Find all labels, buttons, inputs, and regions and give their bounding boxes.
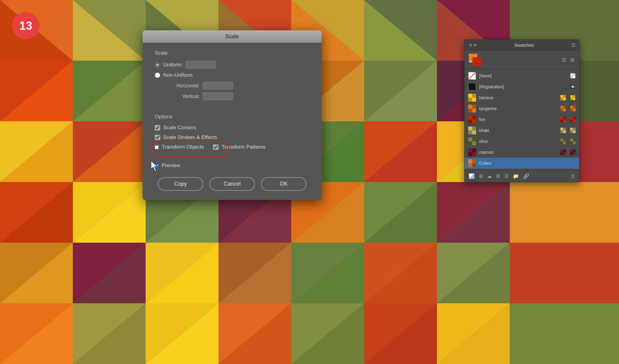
- svg-rect-156: [563, 139, 566, 141]
- scale-dialog: Scale Scale Uniform: 500% Non-Uniform Ho…: [143, 30, 322, 200]
- swatch-tangerine[interactable]: tangerine: [465, 103, 579, 114]
- swatch-khaki[interactable]: khaki: [465, 125, 579, 136]
- svg-rect-152: [472, 137, 476, 141]
- svg-rect-171: [570, 150, 573, 152]
- panel-menu-button[interactable]: ☰: [571, 42, 576, 48]
- swatch-khaki-list: [560, 128, 566, 133]
- svg-rect-132: [563, 117, 566, 120]
- swatches-list: [None] [Registration]: [465, 69, 579, 170]
- copy-button[interactable]: Copy: [158, 177, 203, 191]
- horizontal-value-input[interactable]: 500%: [203, 82, 233, 89]
- panel-close-button[interactable]: ✕: [468, 43, 473, 48]
- swatch-cubes[interactable]: Cubes: [465, 158, 579, 169]
- svg-rect-168: [563, 150, 566, 152]
- svg-rect-120: [563, 106, 566, 109]
- target-icon[interactable]: ⊕: [478, 173, 484, 180]
- svg-rect-109: [563, 98, 566, 100]
- step-badge: 13: [12, 12, 39, 39]
- svg-rect-121: [560, 109, 563, 111]
- svg-rect-141: [468, 130, 472, 134]
- link-icon[interactable]: 🔗: [522, 173, 530, 180]
- swatch-tangerine-grid: [570, 106, 576, 111]
- svg-rect-113: [570, 98, 573, 100]
- svg-rect-123: [570, 106, 573, 109]
- swatch-khaki-grid: [570, 128, 576, 133]
- svg-rect-122: [563, 109, 566, 111]
- svg-rect-154: [472, 141, 476, 145]
- svg-rect-148: [573, 128, 576, 130]
- svg-rect-158: [563, 141, 566, 144]
- svg-rect-115: [468, 105, 472, 109]
- scale-corners-checkbox[interactable]: [155, 125, 160, 130]
- transform-objects-checkbox[interactable]: [155, 145, 159, 149]
- swatch-none-name: [None]: [479, 73, 567, 78]
- svg-rect-170: [563, 152, 566, 155]
- svg-rect-106: [560, 95, 563, 98]
- swatch-none-action: [570, 73, 576, 79]
- swatch-tangerine-list: [560, 106, 566, 111]
- swatch-registration[interactable]: [Registration]: [465, 81, 579, 92]
- panel-collapse-button[interactable]: ≫: [473, 43, 477, 47]
- uniform-row: Uniform: 500%: [155, 61, 310, 69]
- list-view-button[interactable]: ☰: [561, 56, 567, 63]
- svg-rect-142: [472, 130, 476, 134]
- preview-row: Preview: [155, 163, 310, 169]
- swatch-none-icon: [468, 72, 476, 80]
- uniform-radio[interactable]: [155, 62, 160, 68]
- svg-rect-139: [468, 126, 472, 130]
- cancel-button[interactable]: Cancel: [209, 177, 255, 191]
- scale-section-label: Scale: [155, 50, 310, 56]
- svg-rect-114: [573, 98, 575, 100]
- dialog-body: Scale Uniform: 500% Non-Uniform Horizont…: [143, 43, 322, 200]
- svg-rect-116: [472, 105, 476, 109]
- non-uniform-radio[interactable]: [155, 72, 160, 78]
- svg-rect-111: [570, 95, 573, 98]
- svg-rect-130: [472, 120, 476, 123]
- swatch-olive[interactable]: olive: [465, 136, 579, 147]
- svg-rect-147: [570, 128, 573, 130]
- uniform-value-input[interactable]: 500%: [186, 61, 216, 69]
- color-indicator: [468, 53, 482, 66]
- vertical-value-input[interactable]: 500%: [203, 93, 233, 100]
- delete-icon[interactable]: 🗑: [570, 173, 576, 180]
- non-uniform-label: Non-Uniform: [163, 72, 192, 78]
- svg-rect-105: [472, 98, 476, 102]
- preview-checkbox[interactable]: [155, 164, 159, 168]
- svg-rect-137: [570, 120, 573, 122]
- grid-small-icon[interactable]: ⊞: [495, 173, 501, 180]
- transform-objects-label: Transform Objects: [162, 144, 204, 150]
- ok-button[interactable]: OK: [261, 177, 306, 191]
- svg-rect-160: [573, 139, 576, 141]
- svg-rect-155: [560, 139, 563, 141]
- scale-strokes-checkbox[interactable]: [155, 135, 160, 140]
- swatch-maroon-grid: [570, 150, 576, 155]
- svg-rect-162: [573, 141, 576, 144]
- svg-rect-178: [472, 163, 476, 167]
- options-label: Options: [155, 114, 310, 120]
- grid-view-button[interactable]: ⊞: [569, 56, 576, 63]
- swatch-fire-grid: [570, 117, 576, 122]
- svg-marker-74: [510, 243, 619, 303]
- transform-row: Transform Objects Transform Patterns: [155, 144, 310, 150]
- svg-rect-174: [573, 152, 576, 155]
- svg-rect-164: [472, 148, 476, 152]
- graph-icon[interactable]: 📊: [468, 173, 475, 180]
- list-small-icon[interactable]: ☰: [503, 173, 509, 180]
- scale-strokes-label: Scale Strokes & Effects: [163, 134, 217, 140]
- svg-rect-103: [472, 94, 476, 98]
- svg-rect-176: [472, 159, 476, 163]
- swatch-none[interactable]: [None]: [465, 70, 579, 81]
- svg-rect-169: [560, 152, 563, 155]
- swatch-banana[interactable]: banana: [465, 92, 579, 103]
- swatch-maroon-name: maroon: [479, 150, 557, 155]
- svg-rect-145: [560, 130, 563, 133]
- folder-icon[interactable]: 📁: [512, 173, 520, 180]
- svg-rect-125: [570, 109, 573, 111]
- svg-rect-173: [570, 152, 573, 155]
- cloud-icon[interactable]: ☁: [486, 173, 493, 180]
- swatch-fire[interactable]: fire: [465, 114, 579, 125]
- transform-patterns-checkbox[interactable]: [213, 144, 218, 150]
- swatch-reg-action: [570, 84, 576, 89]
- svg-rect-161: [570, 141, 573, 144]
- swatch-maroon[interactable]: maroon: [465, 147, 579, 158]
